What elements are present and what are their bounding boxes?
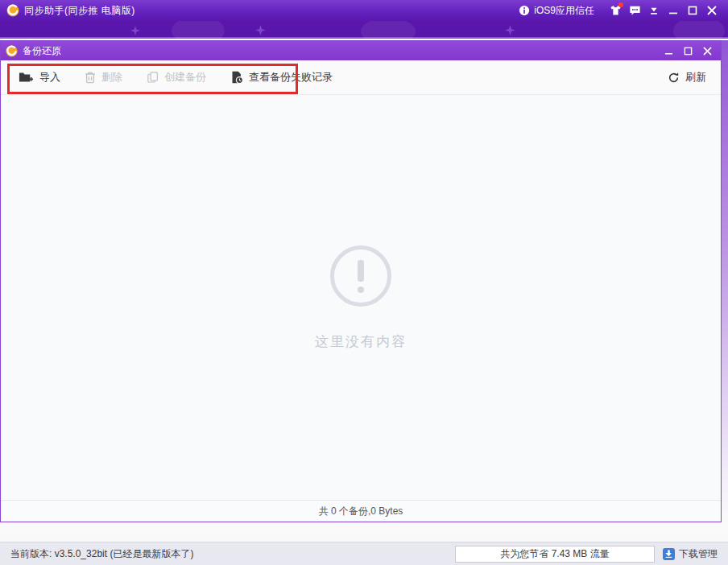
trash-icon [85,71,96,84]
main-titlebar: 同步助手(同步推 电脑版) iOS9应用信任 [0,0,728,21]
refresh-button[interactable]: 刷新 [668,70,706,85]
star-sparkle-icon [255,25,266,35]
dialog-close-button[interactable] [698,43,716,58]
empty-state-message: 这里没有内容 [315,332,407,351]
import-label: 导入 [39,70,60,85]
download-manager-icon [663,548,675,560]
dialog-title: 备份还原 [23,44,61,58]
view-backup-failures-label: 查看备份失败记录 [249,70,333,85]
create-backup-icon [147,71,159,84]
download-tasks-icon[interactable] [644,3,664,18]
minimize-button[interactable] [664,3,683,18]
close-button[interactable] [702,3,722,18]
backup-restore-dialog: 备份还原 导入 [0,40,722,522]
dialog-minimize-button[interactable] [660,43,677,58]
dialog-titlebar: 备份还原 [1,41,721,60]
feedback-chat-icon[interactable] [625,3,644,18]
backdrop-band [0,21,728,39]
backup-count-status: 共 0 个备份,0 Bytes [1,500,721,522]
version-text: 当前版本: v3.5.0_32bit (已经是最新版本了) [10,547,193,561]
refresh-icon [668,72,680,84]
app-window: 同步助手(同步推 电脑版) iOS9应用信任 [0,0,728,565]
import-button[interactable]: 导入 [19,70,60,85]
document-clock-icon [230,71,243,84]
app-logo-icon [6,45,18,57]
app-logo-icon [6,4,19,17]
main-statusbar: 当前版本: v3.5.0_32bit (已经是最新版本了) 共为您节省 7.43… [0,542,728,565]
window-title: 同步助手(同步推 电脑版) [24,4,135,18]
dialog-toolbar: 导入 删除 创建备份 查看备份失败记录 [1,60,721,95]
folder-import-icon [19,71,34,84]
traffic-saved-box: 共为您节省 7.43 MB 流量 [455,546,655,563]
create-backup-button[interactable]: 创建备份 [147,70,206,85]
create-backup-label: 创建备份 [164,70,206,85]
star-sparkle-icon [130,26,140,35]
delete-button[interactable]: 删除 [85,70,122,85]
star-sparkle-icon [505,25,515,35]
view-backup-failures-button[interactable]: 查看备份失败记录 [230,70,333,85]
dialog-content: 这里没有内容 [1,96,721,500]
ios9-trust-button[interactable]: iOS9应用信任 [519,4,594,18]
app-store-icon[interactable] [606,3,625,18]
delete-label: 删除 [101,70,122,85]
exclamation-circle-icon [330,245,391,307]
info-icon [519,5,530,16]
dialog-maximize-button[interactable] [679,43,697,58]
download-manager-button[interactable]: 下载管理 [663,547,718,561]
trust-label: iOS9应用信任 [534,4,594,18]
notification-dot [618,2,623,7]
download-manager-label: 下载管理 [679,547,718,561]
refresh-label: 刷新 [685,70,706,85]
maximize-button[interactable] [683,3,702,18]
